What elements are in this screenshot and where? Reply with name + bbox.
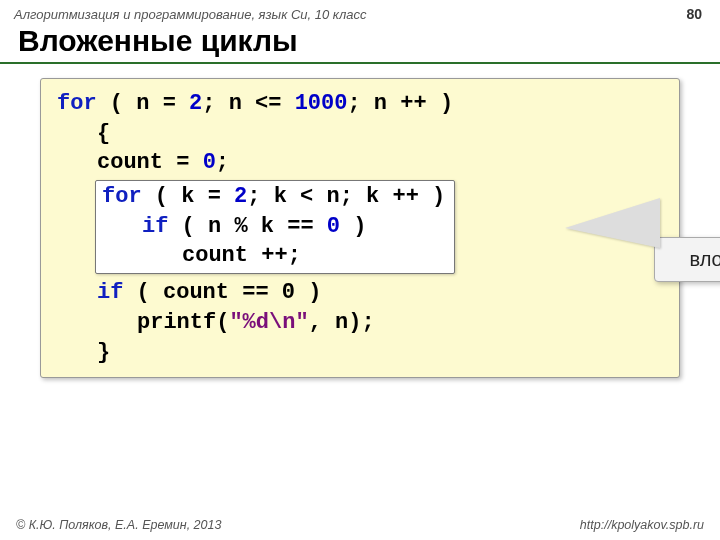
code-line: for ( n = 2; n <= 1000; n ++ ) (57, 89, 663, 119)
slide-footer: © К.Ю. Поляков, Е.А. Еремин, 2013 http:/… (0, 518, 720, 532)
course-label: Алгоритмизация и программирование, язык … (14, 7, 367, 22)
keyword-if: if (142, 214, 168, 239)
code-block: for ( n = 2; n <= 1000; n ++ ) { count =… (40, 78, 680, 378)
code-line: } (57, 338, 663, 368)
code-line: printf("%d\n", n); (57, 308, 663, 338)
slide-header: Алгоритмизация и программирование, язык … (0, 0, 720, 24)
keyword-for: for (102, 184, 142, 209)
title-rule (0, 62, 720, 64)
callout-nested-loop: вложенный цикл (654, 237, 720, 282)
code-line: if ( count == 0 ) (57, 278, 663, 308)
code-line: if ( n % k == 0 ) (102, 212, 448, 242)
footer-url: http://kpolyakov.spb.ru (580, 518, 704, 532)
page-number: 80 (686, 6, 702, 22)
copyright: © К.Ю. Поляков, Е.А. Еремин, 2013 (16, 518, 221, 532)
code-line: for ( k = 2; k < n; k ++ ) (102, 182, 448, 212)
keyword-for: for (57, 91, 97, 116)
slide: Алгоритмизация и программирование, язык … (0, 0, 720, 540)
keyword-if: if (97, 280, 123, 305)
code-line: count = 0; (57, 148, 663, 178)
code-line: { (57, 119, 663, 149)
slide-title: Вложенные циклы (0, 24, 720, 62)
code-line: count ++; (102, 241, 448, 271)
